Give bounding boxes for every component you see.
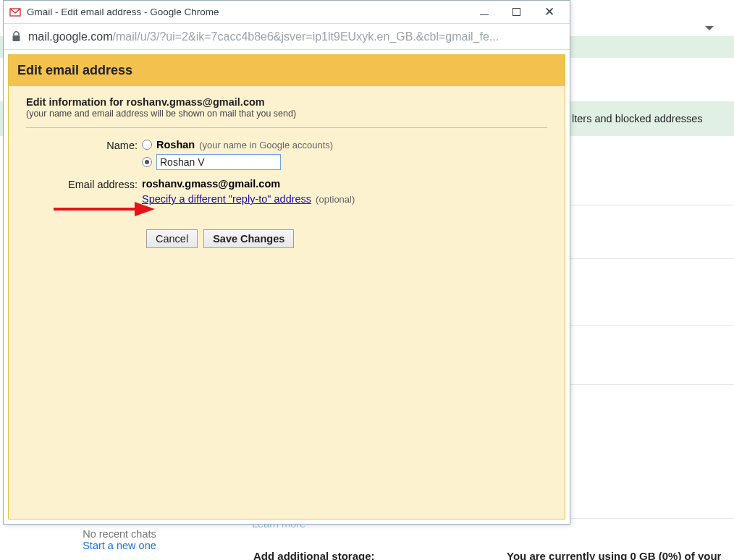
email-value: roshanv.gmass@gmail.com	[142, 178, 280, 190]
edit-email-dialog: Edit email address Edit information for …	[8, 54, 565, 519]
google-name-hint: (your name in Google accounts)	[199, 140, 333, 150]
window-titlebar: Gmail - Edit email address - Google Chro…	[4, 1, 570, 24]
save-button[interactable]: Save Changes	[203, 229, 294, 248]
settings-dropdown-icon[interactable]	[705, 26, 714, 30]
window-maximize-button[interactable]	[500, 1, 533, 23]
reply-to-link[interactable]: Specify a different "reply-to" address	[142, 193, 311, 205]
chrome-popup-window: Gmail - Edit email address - Google Chro…	[3, 0, 570, 525]
lock-icon	[11, 31, 21, 43]
optional-hint: (optional)	[316, 194, 355, 205]
address-bar[interactable]: mail.google.com/mail/u/3/?ui=2&ik=7cacc4…	[4, 24, 570, 50]
email-label: Email address:	[26, 177, 142, 190]
google-name-value: Roshan	[156, 139, 195, 150]
start-new-chat-link[interactable]: Start a new one	[0, 540, 239, 551]
svg-rect-1	[12, 35, 20, 41]
cancel-button[interactable]: Cancel	[146, 229, 198, 248]
window-minimize-button[interactable]	[468, 1, 500, 23]
add-storage-label: Add additional storage:	[253, 550, 375, 560]
window-title: Gmail - Edit email address - Google Chro…	[27, 7, 219, 17]
window-close-button[interactable]: ✕	[533, 1, 565, 23]
name-label: Name:	[26, 138, 142, 151]
dialog-divider	[26, 127, 547, 128]
gmail-icon	[9, 7, 21, 18]
radio-custom-name[interactable]	[142, 157, 152, 167]
storage-usage-text: You are currently using 0 GB (0%) of you…	[507, 550, 721, 560]
no-recent-chats: No recent chats	[0, 528, 239, 540]
url-text: mail.google.com/mail/u/3/?ui=2&ik=7cacc4…	[28, 30, 499, 43]
dialog-title: Edit email address	[9, 55, 565, 86]
dialog-sub-line: (your name and email address will be sho…	[26, 109, 547, 119]
settings-tab-filters[interactable]: lters and blocked addresses	[572, 113, 703, 124]
dialog-info-line: Edit information for roshanv.gmass@gmail…	[26, 96, 547, 108]
radio-google-name[interactable]	[142, 140, 152, 150]
custom-name-input[interactable]	[156, 154, 281, 170]
